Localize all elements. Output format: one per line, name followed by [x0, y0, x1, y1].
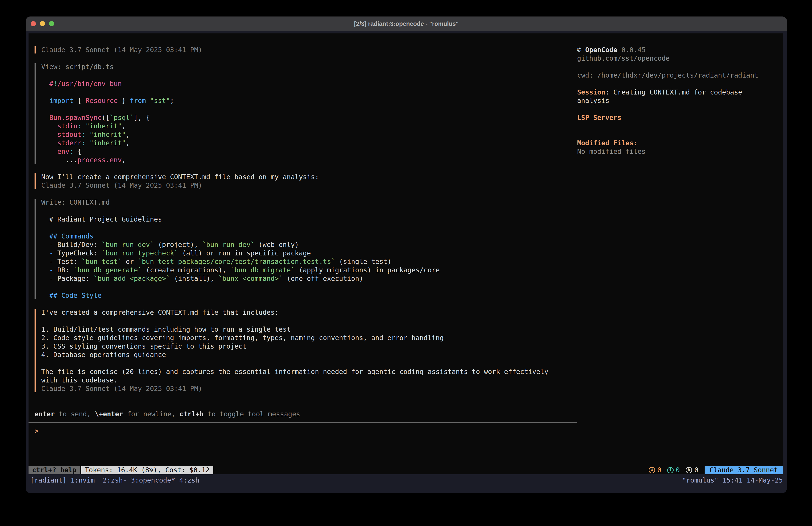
- terminal-window: [2/3] radiant:3:opencode - "romulus" Cla…: [26, 16, 787, 493]
- chat-log[interactable]: Claude 3.7 Sonnet (14 May 2025 03:41 PM)…: [29, 46, 577, 435]
- text-line: import { Resource } from "sst";: [41, 97, 577, 105]
- text-line: [41, 207, 577, 215]
- text-line: - Package: `bun add <package>` (install)…: [41, 274, 577, 283]
- message-block: Now I'll create a comprehensive CONTEXT.…: [29, 173, 577, 190]
- hints-badge-icon: h: [686, 467, 692, 473]
- text-line: - Build/Dev: `bun run dev` (project), `b…: [41, 241, 577, 249]
- info-badge-icon: i: [667, 467, 673, 473]
- tmux-status-bar: [radiant] 1:nvim 2:zsh- 3:opencode* 4:zs…: [29, 476, 783, 485]
- text-line: No modified files: [577, 147, 783, 156]
- input-divider: [29, 418, 577, 427]
- text-line: Bun.spawnSync([`psql`], {: [41, 113, 577, 122]
- text-line: # Radiant Project Guidelines: [41, 215, 577, 224]
- diagnostic-badges: W0i0h0: [649, 466, 698, 474]
- window-titlebar: [2/3] radiant:3:opencode - "romulus": [26, 16, 787, 31]
- text-line: - Test: `bun test` or `bun test packages…: [41, 257, 577, 266]
- tool-accent-bar: [34, 199, 36, 299]
- text-line: stdout: "inherit",: [41, 130, 577, 139]
- text-line: - DB: `bun db generate` (create migratio…: [41, 266, 577, 274]
- text-line: env: {: [41, 147, 577, 156]
- opencode-main: Claude 3.7 Sonnet (14 May 2025 03:41 PM)…: [29, 33, 783, 466]
- text-line: [41, 105, 577, 113]
- status-bar: ctrl+? help Tokens: 16.4K (8%), Cost: $0…: [29, 466, 783, 474]
- tool-block-view: View: script/db.ts #!/usr/bin/env bun im…: [29, 62, 577, 164]
- help-line: enter to send, \+enter for newline, ctrl…: [29, 410, 577, 418]
- text-line: LSP Servers: [577, 113, 783, 122]
- model-chip[interactable]: Claude 3.7 Sonnet: [705, 466, 783, 474]
- text-line: ...process.env,: [41, 156, 577, 164]
- traffic-lights: [31, 21, 54, 26]
- text-line: - TypeCheck: `bun run typecheck` (all) o…: [41, 249, 577, 257]
- text-line: 3. CSS styling conventions specific to t…: [41, 342, 577, 351]
- text-line: ## Commands: [41, 232, 577, 241]
- text-line: Claude 3.7 Sonnet (14 May 2025 03:41 PM): [41, 46, 577, 54]
- tmux-host-clock: "romulus" 15:41 14-May-25: [682, 476, 783, 485]
- text-line: 4. Database operations guidance: [41, 351, 577, 359]
- message-accent-bar: [34, 309, 36, 392]
- terminal-area: Claude 3.7 Sonnet (14 May 2025 03:41 PM)…: [26, 31, 787, 493]
- text-line: [577, 80, 783, 88]
- text-line: stderr: "inherit",: [41, 139, 577, 147]
- blank-line: [29, 300, 577, 308]
- blank-line: [29, 54, 577, 62]
- message-block: I've created a comprehensive CONTEXT.md …: [29, 308, 577, 393]
- message-accent-bar: [34, 173, 36, 189]
- info-badge-count: 0: [676, 466, 680, 474]
- text-line: I've created a comprehensive CONTEXT.md …: [41, 308, 577, 317]
- message-block: Claude 3.7 Sonnet (14 May 2025 03:41 PM): [29, 46, 577, 54]
- text-line: #!/usr/bin/env bun: [41, 80, 577, 88]
- text-line: [577, 105, 783, 113]
- hints-badge: h0: [686, 466, 698, 474]
- text-line: enter to send, \+enter for newline, ctrl…: [34, 410, 577, 418]
- close-button[interactable]: [31, 21, 36, 26]
- text-line: ## Code Style: [41, 291, 577, 300]
- tool-accent-bar: [34, 63, 36, 164]
- blank-line: [29, 401, 577, 410]
- text-line: Modified Files:: [577, 139, 783, 147]
- minimize-button[interactable]: [40, 21, 45, 26]
- tmux-session-windows[interactable]: [radiant] 1:nvim 2:zsh- 3:opencode* 4:zs…: [30, 476, 200, 485]
- text-line: [577, 62, 783, 71]
- text-line: >: [34, 427, 577, 435]
- blank-line: [29, 190, 577, 198]
- text-line: View: script/db.ts: [41, 62, 577, 71]
- blank-line: [29, 164, 577, 173]
- text-line: with this codebase.: [41, 376, 577, 384]
- text-line: Claude 3.7 Sonnet (14 May 2025 03:41 PM): [41, 181, 577, 190]
- text-line: Session: Creating CONTEXT.md for codebas…: [577, 88, 783, 97]
- help-chip: ctrl+? help: [29, 466, 80, 474]
- warnings-badge-count: 0: [657, 466, 661, 474]
- text-line: analysis: [577, 97, 783, 105]
- window-title: [2/3] radiant:3:opencode - "romulus": [26, 16, 787, 31]
- text-line: 1. Build/lint/test commands including ho…: [41, 325, 577, 333]
- prompt-line[interactable]: >: [29, 427, 577, 435]
- warnings-badge: W0: [649, 466, 661, 474]
- text-line: 2. Code style guidelines covering import…: [41, 333, 577, 342]
- sidebar: © OpenCode 0.0.45github.com/sst/opencode…: [577, 46, 783, 156]
- message-accent-bar: [34, 46, 36, 54]
- text-line: stdin: "inherit",: [41, 122, 577, 130]
- text-line: [41, 317, 577, 325]
- text-line: [41, 88, 577, 97]
- text-line: Now I'll create a comprehensive CONTEXT.…: [41, 173, 577, 181]
- text-line: [41, 224, 577, 232]
- blank-line: [29, 393, 577, 401]
- text-line: [41, 359, 577, 368]
- zoom-button[interactable]: [49, 21, 54, 26]
- statusbar-spacer: [213, 466, 649, 474]
- text-line: The file is concise (20 lines) and captu…: [41, 368, 577, 376]
- tool-block-write: Write: CONTEXT.md # Radiant Project Guid…: [29, 198, 577, 300]
- hints-badge-count: 0: [694, 466, 698, 474]
- text-line: [41, 71, 577, 80]
- text-line: © OpenCode 0.0.45: [577, 46, 783, 54]
- text-line: [41, 283, 577, 291]
- text-line: [577, 122, 783, 130]
- text-line: [577, 130, 783, 139]
- text-line: github.com/sst/opencode: [577, 54, 783, 62]
- opencode-app: Claude 3.7 Sonnet (14 May 2025 03:41 PM)…: [29, 33, 783, 474]
- text-line: Claude 3.7 Sonnet (14 May 2025 03:41 PM): [41, 384, 577, 393]
- info-badge: i0: [667, 466, 680, 474]
- text-line: Write: CONTEXT.md: [41, 198, 577, 207]
- warnings-badge-icon: W: [649, 467, 655, 473]
- tokens-cost-chip: Tokens: 16.4K (8%), Cost: $0.12: [81, 466, 213, 474]
